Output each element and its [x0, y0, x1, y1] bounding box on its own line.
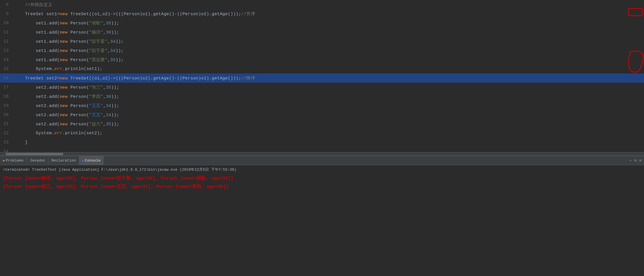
line-number-16: 16: [0, 76, 14, 81]
code-lines: 8 //外部自定义 9 TreeSet set1=new TreeSet((o1…: [0, 0, 644, 152]
code-line-21: 21 set2.add(new Person("赵六",35));: [0, 119, 644, 129]
line-content-8: //外部自定义: [14, 2, 52, 7]
scrollbar-thumb[interactable]: [6, 153, 63, 155]
line-content-19: set2.add(new Person("王五",34));: [14, 103, 119, 108]
console-output-line2: [Person [name=张三, age=35], Person [name=…: [3, 183, 641, 191]
tab-declaration[interactable]: Declaration: [48, 156, 79, 165]
code-line-9: 9 TreeSet set1=new TreeSet((o1,o2)->(((P…: [0, 9, 644, 18]
minimize-button[interactable]: ✕: [629, 158, 632, 163]
editor-area: 8 //外部自定义 9 TreeSet set1=new TreeSet((o1…: [0, 0, 644, 152]
line-number-22: 22: [0, 131, 14, 136]
code-line-12: 12 set1.add(new Person("彭于晏",34));: [0, 37, 644, 46]
line-content-20: set2.add(new Person("王五",34));: [14, 112, 119, 118]
tab-label-javadoc: Javadoc: [30, 158, 45, 163]
line-number-15: 15: [0, 67, 14, 71]
line-number-20: 20: [0, 112, 14, 117]
line-number-11: 11: [0, 30, 14, 35]
tab-dot-problems: [3, 160, 5, 162]
line-number-8: 8: [0, 2, 14, 7]
line-content-22: System.err.println(set2);: [14, 131, 102, 136]
code-line-14: 14 set1.add(new Person("苏志燮",35));: [0, 55, 644, 64]
line-number-21: 21: [0, 122, 14, 127]
line-content-17: set2.add(new Person("张三",35));: [14, 85, 119, 90]
code-line-23: 23 }: [0, 138, 644, 147]
code-line-11: 11 set1.add(new Person("杨洋",30));: [0, 28, 644, 37]
line-number-23: 23: [0, 140, 14, 145]
line-content-11: set1.add(new Person("杨洋",30));: [14, 30, 119, 35]
annotation-box-ascending: [628, 8, 643, 16]
line-content-10: set1.add(new Person("胡歌",35));: [14, 20, 119, 26]
maximize-button[interactable]: ⊠: [634, 158, 637, 163]
line-content-15: System.err.println(set1);: [14, 67, 102, 71]
tab-javadoc[interactable]: Javadoc: [27, 156, 48, 165]
code-line-19: 19 set2.add(new Person("王五",34));: [0, 101, 644, 110]
tab-label-console: Console: [85, 158, 101, 163]
line-content-12: set1.add(new Person("彭于晏",34));: [14, 39, 124, 44]
code-line-8: 8 //外部自定义: [0, 0, 644, 9]
line-number-9: 9: [0, 11, 14, 16]
code-line-22: 22 System.err.println(set2);: [0, 129, 644, 138]
line-content-13: set1.add(new Person("彭于晏",34));: [14, 48, 124, 53]
tab-console[interactable]: Console: [79, 156, 104, 165]
line-content-23: }: [14, 140, 28, 145]
code-line-18: 18 set2.add(new Person("李四",30));: [0, 92, 644, 101]
line-number-12: 12: [0, 39, 14, 44]
code-line-20: 20 set2.add(new Person("王五",34));: [0, 110, 644, 119]
code-line-16: 16 TreeSet set2=new TreeSet((o1,o2)->(((…: [0, 73, 644, 83]
line-number-14: 14: [0, 57, 14, 62]
code-line-24: 24: [0, 147, 644, 152]
horizontal-scrollbar[interactable]: [0, 152, 644, 156]
code-line-10: 10 set1.add(new Person("胡歌",35));: [0, 18, 644, 28]
line-content-14: set1.add(new Person("苏志燮",35));: [14, 57, 124, 63]
code-line-13: 13 set1.add(new Person("彭于晏",34));: [0, 46, 644, 55]
line-number-17: 17: [0, 85, 14, 90]
annotation-circle-descending: [627, 51, 644, 74]
tabs-bar: Problems Javadoc Declaration Console ✕ ⊠…: [0, 156, 644, 165]
line-number-19: 19: [0, 103, 14, 108]
console-header: <terminated> TreeSetTest [Java Applicati…: [3, 167, 641, 172]
line-number-10: 10: [0, 21, 14, 26]
tab-dot-console: [82, 160, 84, 162]
console-output: [Person [name=杨洋, age=30], Person [name=…: [3, 174, 641, 191]
tab-label-declaration: Declaration: [51, 158, 76, 163]
tab-problems[interactable]: Problems: [0, 156, 27, 165]
line-number-18: 18: [0, 94, 14, 99]
code-line-17: 17 set2.add(new Person("张三",35));: [0, 83, 644, 92]
line-number-24: 24: [0, 149, 14, 152]
line-content-21: set2.add(new Person("赵六",35));: [14, 121, 119, 127]
tab-label-problems: Problems: [6, 158, 24, 163]
bottom-panel: Problems Javadoc Declaration Console ✕ ⊠…: [0, 156, 644, 276]
console-output-line1: [Person [name=杨洋, age=30], Person [name=…: [3, 174, 641, 183]
line-number-13: 13: [0, 48, 14, 53]
code-line-15: 15 System.err.println(set1);: [0, 64, 644, 73]
line-content-18: set2.add(new Person("李四",30));: [14, 94, 119, 99]
tab-icons: ✕ ⊠ ⊞: [629, 158, 644, 163]
line-content-9: TreeSet set1=new TreeSet((o1,o2)->(((Per…: [14, 11, 255, 17]
line-content-16: TreeSet set2=new TreeSet((o1,o2)->(((Per…: [14, 75, 255, 81]
close-button[interactable]: ⊞: [639, 158, 642, 163]
console-content: <terminated> TreeSetTest [Java Applicati…: [0, 165, 644, 276]
